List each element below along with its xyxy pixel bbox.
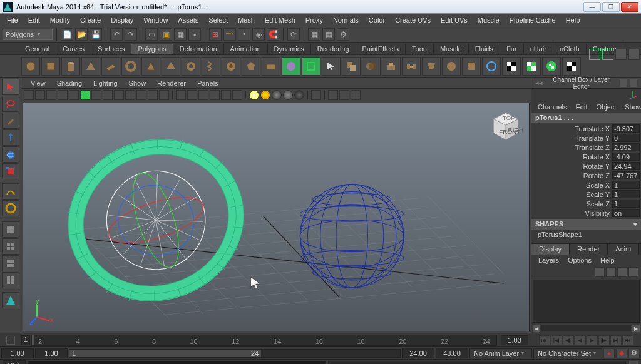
menu-modify[interactable]: Modify	[46, 15, 74, 25]
shelf-tab-dynamics[interactable]: Dynamics	[268, 44, 311, 54]
channel-menu-object[interactable]: Object	[592, 103, 620, 111]
shelf-tab-curves[interactable]: Curves	[56, 44, 91, 54]
xray-icon[interactable]	[328, 90, 338, 100]
channel-menu-edit[interactable]: Edit	[572, 103, 591, 111]
attr-value[interactable]: 0	[612, 134, 640, 142]
sphere-icon[interactable]	[21, 57, 40, 76]
channel-menu-channels[interactable]: Channels	[534, 103, 570, 111]
play-back-icon[interactable]: ◀	[575, 335, 586, 345]
use-lights-icon[interactable]	[210, 90, 220, 100]
tool-settings-icon[interactable]	[630, 79, 637, 87]
panel-menu-shading[interactable]: Shading	[53, 79, 86, 88]
minimize-button[interactable]: —	[583, 2, 601, 12]
attr-value[interactable]: -9.307	[612, 124, 640, 133]
restore-button[interactable]: ❐	[602, 2, 620, 12]
menu-edit-mesh[interactable]: Edit Mesh	[260, 15, 300, 25]
select-tool-icon[interactable]: ▭	[145, 28, 158, 41]
render-settings-icon[interactable]: ⚙	[337, 28, 349, 41]
checker3-icon[interactable]	[542, 57, 561, 76]
redo-icon[interactable]: ↷	[125, 28, 137, 41]
play-forward-icon[interactable]: ▶	[587, 335, 598, 345]
checker4-icon[interactable]	[562, 57, 581, 76]
menu-window[interactable]: Window	[139, 15, 172, 25]
attr-value[interactable]: 1	[612, 200, 640, 208]
isolate-icon[interactable]	[311, 90, 321, 100]
bevel-icon[interactable]	[462, 57, 481, 76]
soft-mod-tool[interactable]	[2, 183, 19, 200]
step-back-key-icon[interactable]: |◀	[551, 335, 562, 345]
layer-scrollbar[interactable]: ◀ ▶	[531, 324, 641, 333]
script-lang-label[interactable]: MEL	[3, 360, 26, 365]
checker2-icon[interactable]	[522, 57, 541, 76]
light2-icon[interactable]	[260, 90, 270, 100]
script-editor-icon[interactable]	[628, 361, 638, 365]
time-track[interactable]: 24681012141618202224	[31, 335, 497, 346]
render-frame-icon[interactable]: ▦	[308, 28, 320, 41]
step-forward-icon[interactable]: |▶	[598, 335, 610, 345]
undo-icon[interactable]: ↶	[110, 28, 123, 41]
shelf-tab-fur[interactable]: Fur	[500, 44, 524, 54]
time-sound-icon[interactable]	[6, 336, 15, 345]
layer-tab-display[interactable]: Display	[531, 244, 570, 255]
layer-menu-layers[interactable]: Layers	[534, 256, 563, 265]
step-back-icon[interactable]: ◀|	[563, 335, 574, 345]
module-selector[interactable]: Polygons	[3, 29, 53, 40]
scroll-left-icon[interactable]: ◀	[533, 325, 540, 332]
helix-icon[interactable]	[202, 57, 220, 76]
panel-menu-renderer[interactable]: Renderer	[153, 79, 190, 88]
combine-icon[interactable]	[342, 57, 361, 76]
hw-fog-icon[interactable]	[232, 90, 242, 100]
scroll-right-icon[interactable]: ▶	[632, 325, 640, 332]
shelf-tab-rendering[interactable]: Rendering	[311, 44, 356, 54]
range-in-field[interactable]: 1.00	[35, 348, 68, 358]
time-end-display[interactable]: 1.00	[501, 335, 528, 345]
image-plane-icon[interactable]	[58, 90, 68, 100]
viewport-3d[interactable]: FRONT RIGHT TOP y x z	[23, 103, 530, 331]
sculpt-icon[interactable]	[482, 57, 501, 76]
menu-proxy[interactable]: Proxy	[301, 15, 327, 25]
select-comp-icon[interactable]: ▪	[188, 28, 201, 41]
pipe-icon[interactable]	[182, 57, 200, 76]
menu-normals[interactable]: Normals	[329, 15, 363, 25]
layer-menu-help[interactable]: Help	[596, 256, 619, 265]
shaded-icon[interactable]	[187, 90, 197, 100]
maya-icon[interactable]	[2, 292, 19, 308]
panel-menu-view[interactable]: View	[26, 79, 50, 88]
refsel-icon[interactable]	[302, 57, 320, 76]
menu-pipeline-cache[interactable]: Pipeline Cache	[505, 15, 560, 25]
four-view-icon[interactable]	[2, 238, 19, 255]
step-forward-key-icon[interactable]: ▶|	[610, 335, 622, 345]
panel-menu-lighting[interactable]: Lighting	[89, 79, 122, 88]
menu-help[interactable]: Help	[562, 15, 585, 25]
go-to-end-icon[interactable]: ⏭	[622, 335, 633, 345]
attr-value[interactable]: -47.767	[612, 171, 640, 179]
cube-icon[interactable]	[41, 57, 60, 76]
sets-green1-icon[interactable]	[589, 49, 600, 60]
panel-menu-show[interactable]: Show	[125, 79, 151, 88]
prism-icon[interactable]	[141, 57, 160, 76]
menu-mesh[interactable]: Mesh	[233, 15, 259, 25]
shelf-tab-fluids[interactable]: Fluids	[469, 44, 500, 54]
single-view-icon[interactable]	[2, 221, 19, 238]
layer-menu-options[interactable]: Options	[563, 256, 596, 265]
plane-icon[interactable]	[101, 57, 120, 76]
persp-icon[interactable]	[2, 272, 19, 288]
layout-icon[interactable]	[2, 255, 19, 271]
history-icon[interactable]: ⟳	[287, 28, 300, 41]
character-set-dropdown[interactable]: No Character Set	[533, 348, 602, 358]
rotate-tool[interactable]	[2, 146, 19, 163]
range-thumb[interactable]: 1 24	[69, 350, 261, 357]
select-camera-icon[interactable]	[24, 90, 34, 100]
layer-list[interactable]	[533, 280, 640, 323]
attr-editor-icon[interactable]	[620, 79, 627, 87]
snap-point-icon[interactable]: •	[238, 28, 250, 41]
go-to-start-icon[interactable]: ⏮	[539, 335, 550, 345]
menu-create-uvs[interactable]: Create UVs	[391, 15, 435, 25]
select-obj-icon[interactable]: ▦	[174, 28, 187, 41]
shelf-tab-polygons[interactable]: Polygons	[131, 44, 173, 54]
sets2-icon[interactable]	[628, 49, 640, 60]
paint-select-tool[interactable]	[2, 113, 19, 129]
show-manip-tool[interactable]	[2, 200, 19, 216]
menu-create[interactable]: Create	[76, 15, 105, 25]
shelf-tab-painteffects[interactable]: PaintEffects	[356, 44, 406, 54]
